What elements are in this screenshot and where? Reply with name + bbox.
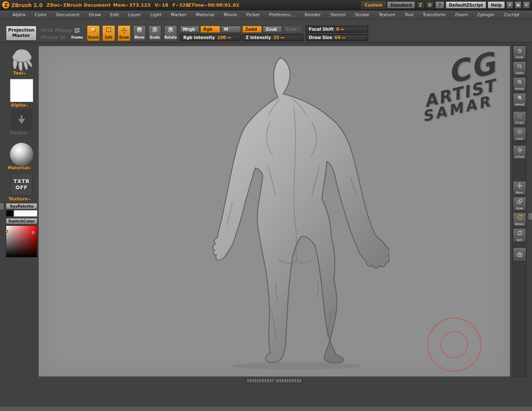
frame-button[interactable]: Frame xyxy=(71,25,84,41)
projection-master-button[interactable]: Projection Master xyxy=(6,26,37,41)
menu-item-color[interactable]: Color xyxy=(35,12,47,17)
draw-button[interactable]: Draw xyxy=(118,25,131,41)
menu-item-render[interactable]: Render xyxy=(305,12,321,17)
move-button[interactable]: M Move xyxy=(133,25,146,41)
panel-divider-handle[interactable] xyxy=(0,203,4,210)
panel-divider-handle[interactable] xyxy=(528,213,532,220)
z-button[interactable]: Z xyxy=(416,1,424,9)
rotate-button[interactable]: R Rotate xyxy=(164,25,177,41)
menu-item-alpha[interactable]: Alpha xyxy=(12,12,25,17)
move-transform-button[interactable]: Move xyxy=(513,181,526,195)
stroke-popup-label[interactable]: Stroke▾ xyxy=(0,130,38,136)
mrgb-button[interactable]: Mrgb xyxy=(180,26,200,33)
spin-button[interactable]: Spin xyxy=(513,228,526,242)
actual-button[interactable]: Actual xyxy=(513,77,526,91)
menu-item-edit[interactable]: Edit xyxy=(110,12,119,17)
d-button[interactable]: D xyxy=(426,1,434,9)
pt-sel-label: Pt Sel xyxy=(516,122,523,125)
color-picker[interactable] xyxy=(6,225,37,257)
zoom-button[interactable]: Zoom xyxy=(513,61,526,76)
pt-sel-button[interactable]: Pt Sel xyxy=(513,111,526,125)
z-intensity-slider[interactable]: Z Intensity 25 xyxy=(242,34,303,41)
picker-hue-marker[interactable] xyxy=(5,230,8,232)
slider-handle[interactable] xyxy=(340,29,344,30)
menu-item-material[interactable]: Material xyxy=(196,12,214,17)
vertex-label: V xyxy=(155,2,158,8)
focal-shift-label: Focal Shift xyxy=(309,27,334,32)
slider-handle[interactable] xyxy=(281,37,284,38)
texture-label-text: Texture xyxy=(8,196,28,202)
tool-popup-label[interactable]: Tool▾ xyxy=(0,71,38,76)
gyro-inner-ring[interactable] xyxy=(441,331,468,358)
txtr-line1: TXTR xyxy=(14,179,30,184)
help-question-button[interactable]: ? xyxy=(435,1,444,9)
stroke-label-text: Stroke xyxy=(10,130,27,136)
menu-item-document[interactable]: Document xyxy=(56,12,79,17)
picker-selection-dot[interactable] xyxy=(32,231,34,234)
secondary-color-swatch[interactable] xyxy=(6,210,14,217)
menu-item-stroke[interactable]: Stroke xyxy=(355,12,369,17)
current-stroke-thumbnail[interactable] xyxy=(12,110,32,130)
current-alpha-thumbnail[interactable] xyxy=(10,79,33,102)
menu-item-zplugin[interactable]: Zplugin xyxy=(477,12,495,17)
rotate-transform-button[interactable]: Rotate xyxy=(513,213,526,227)
zsub-button[interactable]: Zsub xyxy=(263,26,282,33)
scroll-button[interactable]: Scroll xyxy=(513,46,526,60)
menu-item-zscript[interactable]: Zscript xyxy=(504,12,520,17)
menu-item-texture[interactable]: Texture xyxy=(379,12,395,17)
scroll-arrows-icon[interactable]: ▲▼ xyxy=(272,379,276,382)
faces-label: F xyxy=(172,2,176,8)
menu-item-movie[interactable]: Movie xyxy=(224,12,237,17)
zadd-button[interactable]: Zadd xyxy=(242,26,262,33)
scale-button[interactable]: S Scale xyxy=(148,25,161,41)
menu-item-draw[interactable]: Draw xyxy=(89,12,101,17)
menu-item-light[interactable]: Light xyxy=(150,12,161,17)
current-material-thumbnail[interactable] xyxy=(10,143,33,166)
custom-ui-button[interactable]: Custom xyxy=(361,1,385,9)
txtr-line2: OFF xyxy=(15,185,28,191)
current-tool-thumbnail[interactable] xyxy=(8,46,34,71)
menu-item-stencil[interactable]: Stencil xyxy=(330,12,345,17)
rgb-intensity-value: 100 xyxy=(217,35,226,40)
rgb-intensity-slider[interactable]: Rgb Intensity 100 xyxy=(180,34,241,41)
current-texture-thumbnail[interactable]: TXTR OFF xyxy=(11,173,32,196)
primary-color-swatch[interactable] xyxy=(14,210,37,217)
texture-popup-label[interactable]: Texture▾ xyxy=(0,196,38,202)
slider-handle[interactable] xyxy=(227,37,231,38)
focal-shift-slider[interactable]: Focal Shift 0 xyxy=(305,26,368,33)
window-restore-button[interactable]: ▣ xyxy=(515,1,522,9)
standard-ui-button[interactable]: Standard xyxy=(387,1,415,9)
draw-size-slider[interactable]: Draw Size 64 xyxy=(305,34,368,41)
menu-item-picker[interactable]: Picker xyxy=(246,12,260,17)
menu-item-transform[interactable]: Transform xyxy=(423,12,446,17)
document-canvas[interactable]: CG ARTIST SAMAR xyxy=(38,46,510,377)
menu-item-marker[interactable]: Marker xyxy=(171,12,187,17)
scale-transform-button[interactable]: Scale xyxy=(513,197,526,211)
switchcolor-button[interactable]: SwitchColor xyxy=(6,218,37,224)
local-button[interactable]: Local xyxy=(513,127,526,141)
aahalf-button[interactable]: AAHalf xyxy=(513,93,526,107)
window-menu-button[interactable]: ▾ xyxy=(506,1,513,9)
window-close-button[interactable]: × xyxy=(523,1,530,9)
slider-handle[interactable] xyxy=(342,37,345,38)
canvas-horizontal-scrollbar[interactable]: ▲▼ xyxy=(247,379,302,383)
m-button[interactable]: M xyxy=(221,26,241,33)
material-popup-label[interactable]: Material▾ xyxy=(0,165,38,171)
actual-label: Actual xyxy=(515,88,524,91)
menu-item-preferences[interactable]: Preferenc... xyxy=(269,12,296,17)
alpha-popup-label[interactable]: Alpha▾ xyxy=(0,103,38,108)
menu-item-zoom[interactable]: Zoom xyxy=(455,12,468,17)
syspalette-button[interactable]: SysPalette xyxy=(6,203,37,209)
window-bottom-edge xyxy=(0,406,532,411)
mem-value: 373.123 xyxy=(129,2,151,8)
edit-button[interactable]: Edit xyxy=(102,25,115,41)
help-button[interactable]: Help xyxy=(488,1,505,9)
quick-label: Quick xyxy=(88,36,99,39)
menu-item-layer[interactable]: Layer xyxy=(128,12,141,17)
quick-button[interactable]: Quick xyxy=(87,25,100,41)
default-zscript-button[interactable]: DefaultZScript xyxy=(446,1,486,9)
s-pivot-button[interactable]: S.Pivot xyxy=(513,145,526,159)
snapshot-button[interactable] xyxy=(513,247,526,262)
menu-item-tool[interactable]: Tool xyxy=(404,12,413,17)
rgb-button[interactable]: Rgb xyxy=(200,26,220,33)
